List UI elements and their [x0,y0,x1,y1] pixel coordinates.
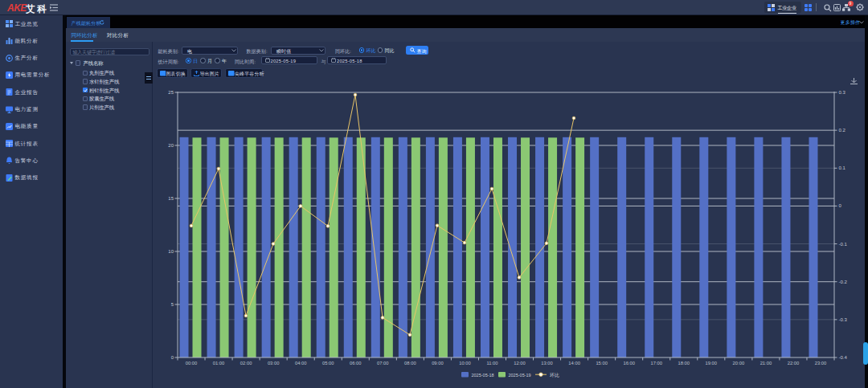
svg-text:03:00: 03:00 [268,361,280,366]
svg-text:21:00: 21:00 [760,361,772,366]
svg-text:-0.1: -0.1 [839,242,848,247]
svg-text:环比: 环比 [550,373,559,378]
svg-text:25: 25 [168,90,174,95]
svg-text:04:00: 04:00 [295,361,307,366]
svg-text:16:00: 16:00 [623,361,635,366]
svg-text:2025-05-18: 2025-05-18 [472,373,494,378]
svg-text:20:00: 20:00 [733,361,745,366]
svg-text:20: 20 [168,143,174,148]
svg-text:22:00: 22:00 [788,361,800,366]
svg-text:19:00: 19:00 [706,361,718,366]
svg-text:0.1: 0.1 [839,165,846,170]
svg-text:13:00: 13:00 [541,361,553,366]
svg-text:01:00: 01:00 [213,361,225,366]
svg-text:14:00: 14:00 [568,361,580,366]
svg-text:07:00: 07:00 [377,361,389,366]
svg-text:10:00: 10:00 [459,361,471,366]
svg-text:2025-05-19: 2025-05-19 [509,373,531,378]
svg-text:17:00: 17:00 [650,361,662,366]
svg-text:10: 10 [168,249,174,254]
svg-text:-0.3: -0.3 [839,317,848,322]
svg-text:0.2: 0.2 [839,128,846,133]
svg-text:00:00: 00:00 [186,361,198,366]
svg-text:15: 15 [168,196,174,201]
svg-text:09:00: 09:00 [432,361,444,366]
svg-text:08:00: 08:00 [404,361,416,366]
svg-text:0.3: 0.3 [839,90,846,95]
svg-text:15:00: 15:00 [596,361,608,366]
svg-text:-0.4: -0.4 [839,355,848,360]
svg-text:12:00: 12:00 [514,361,526,366]
svg-text:0: 0 [171,355,174,360]
svg-text:5: 5 [171,302,174,307]
svg-text:18:00: 18:00 [678,361,690,366]
svg-text:-0.2: -0.2 [839,280,848,284]
svg-text:23:00: 23:00 [815,361,827,366]
svg-text:11:00: 11:00 [486,361,497,366]
svg-text:0: 0 [839,203,842,208]
svg-text:06:00: 06:00 [350,361,362,366]
svg-text:02:00: 02:00 [240,361,252,366]
svg-text:05:00: 05:00 [322,361,334,366]
